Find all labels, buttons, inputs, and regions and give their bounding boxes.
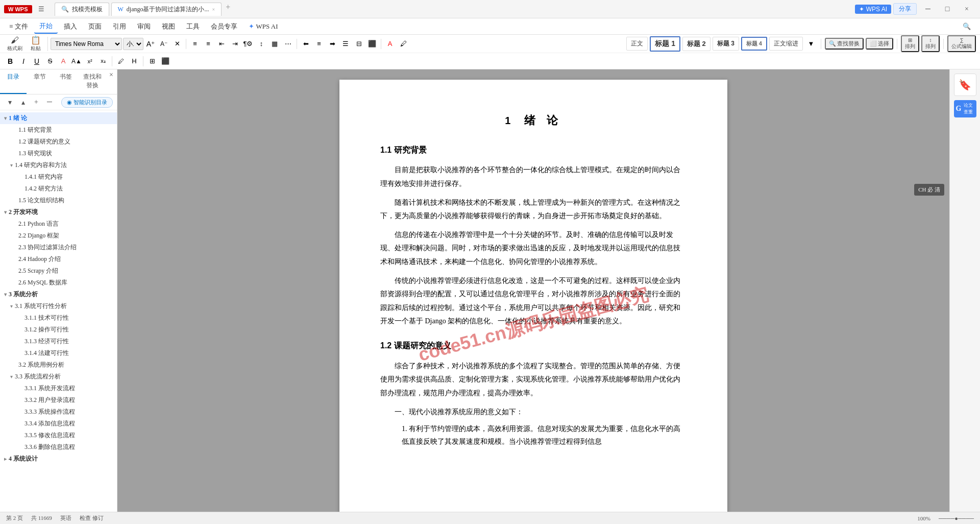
zoom-slider[interactable]: ────●────: [939, 515, 974, 521]
strikethrough-button[interactable]: S: [44, 56, 56, 67]
tab-close-button[interactable]: ×: [212, 7, 215, 12]
bold-button[interactable]: B: [4, 56, 16, 67]
toc-item-22[interactable]: ▾3.3 系统流程分析: [0, 371, 117, 383]
toc-item-28[interactable]: 3.3.6 删除信息流程: [0, 441, 117, 453]
menu-search[interactable]: 🔍: [958, 20, 976, 33]
highlight-btn[interactable]: 🖊: [397, 38, 409, 50]
style-heading3[interactable]: 标题 3: [713, 37, 739, 51]
wps-app-button[interactable]: W WPS: [4, 5, 32, 13]
font-size-decrease[interactable]: A⁻: [158, 38, 170, 50]
italic-button[interactable]: I: [17, 56, 30, 67]
toc-item-9[interactable]: 2.1 Python 语言: [0, 218, 117, 230]
bullet-list-button[interactable]: ≡: [189, 38, 201, 50]
select-button[interactable]: ⬜选择: [866, 38, 893, 50]
menu-wpsai[interactable]: ✦ WPS AI: [243, 20, 283, 33]
toc-item-10[interactable]: 2.2 Django 框架: [0, 230, 117, 242]
superscript-button[interactable]: x²: [84, 56, 96, 67]
align-center[interactable]: ≡: [313, 38, 325, 50]
document-area[interactable]: code51.cn源码乐园盗图必究 1 绪 论 1.1 研究背景 目前是把获取小…: [117, 69, 949, 512]
sidebar-tab-toc[interactable]: 目录: [0, 69, 27, 94]
toc-item-24[interactable]: 3.3.2 用户登录流程: [0, 394, 117, 406]
border-more-button[interactable]: ⬛: [159, 56, 172, 67]
toc-item-19[interactable]: 3.1.3 经济可行性: [0, 336, 117, 347]
tab-templates[interactable]: 🔍 找模壳模板: [55, 3, 109, 16]
menu-insert[interactable]: 插入: [59, 20, 82, 33]
indent-less-button[interactable]: ⇤: [215, 38, 228, 50]
toc-item-1[interactable]: 1.1 研究背景: [0, 124, 117, 136]
toc-item-18[interactable]: 3.1.2 操作可行性: [0, 324, 117, 336]
sort-button[interactable]: ↕排列: [921, 35, 940, 52]
arrange-button[interactable]: ⊞排列: [901, 35, 919, 52]
toc-item-3[interactable]: 1.3 研究现状: [0, 148, 117, 159]
menu-view[interactable]: 视图: [157, 20, 180, 33]
align-options[interactable]: ¶⚙: [242, 38, 254, 50]
border-button[interactable]: ⊞: [146, 56, 158, 67]
numbered-list-button[interactable]: ≡: [202, 38, 214, 50]
menu-vip[interactable]: 会员专享: [206, 20, 242, 33]
essay-check-button[interactable]: G 论文查重: [954, 100, 976, 117]
menu-review[interactable]: 审阅: [132, 20, 156, 33]
tab-document[interactable]: W django基于协同过滤算法的小... ×: [111, 3, 222, 16]
font-size-select[interactable]: 小二: [123, 38, 143, 50]
toc-item-14[interactable]: 2.6 MySQL 数据库: [0, 277, 117, 289]
font-color-button[interactable]: A: [57, 56, 69, 67]
menu-file[interactable]: ≡ 文件: [4, 20, 33, 33]
toc-item-5[interactable]: 1.4.1 研究内容: [0, 171, 117, 183]
sidebar-close-button[interactable]: ×: [106, 69, 117, 81]
menu-tools[interactable]: 工具: [181, 20, 205, 33]
style-heading1[interactable]: 标题 1: [650, 36, 680, 52]
font-size-increase[interactable]: A⁺: [144, 38, 157, 50]
find-replace-button[interactable]: 🔍查找替换: [825, 38, 864, 50]
sidebar-tab-bookmark[interactable]: 书签: [53, 69, 80, 94]
paragraph-more[interactable]: ⋯: [282, 38, 294, 50]
columns-button[interactable]: ▦: [268, 38, 281, 50]
toc-add[interactable]: +: [31, 97, 42, 108]
style-heading4[interactable]: 标题 4: [741, 37, 767, 51]
char-shade-button[interactable]: A▲: [70, 56, 83, 67]
underline-button[interactable]: U: [31, 56, 43, 67]
toc-item-29[interactable]: ▸4 系统设计: [0, 453, 117, 465]
font-family-select[interactable]: Times New Roma: [51, 38, 122, 50]
maximize-button[interactable]: □: [938, 2, 957, 16]
toc-up[interactable]: ▴: [17, 97, 29, 108]
toc-item-16[interactable]: ▾3.1 系统可行性分析: [0, 300, 117, 312]
toc-item-7[interactable]: 1.5 论文组织结构: [0, 195, 117, 206]
text-color-btn[interactable]: A: [384, 38, 396, 50]
bookmark-icon-btn[interactable]: 🔖: [954, 74, 976, 96]
align-justify[interactable]: ☰: [339, 38, 352, 50]
styles-dropdown[interactable]: ▼: [805, 38, 817, 50]
toc-item-23[interactable]: 3.3.1 系统开发流程: [0, 383, 117, 394]
wps-ai-button[interactable]: ✦ WPS AI: [855, 5, 891, 14]
toc-item-8[interactable]: ▾2 开发环境: [0, 206, 117, 218]
indent-more-button[interactable]: ⇥: [229, 38, 241, 50]
title-icon-btn[interactable]: ☰: [36, 4, 46, 14]
formula-button[interactable]: ∑公式编辑: [947, 35, 976, 52]
more-align[interactable]: ⬛: [366, 38, 378, 50]
toc-item-27[interactable]: 3.3.5 修改信息流程: [0, 430, 117, 441]
smart-toc-button[interactable]: ◉ 智能识别目录: [61, 97, 113, 108]
share-button[interactable]: 分享: [893, 3, 917, 15]
subscript-button[interactable]: x₂: [97, 56, 109, 67]
close-button[interactable]: ×: [958, 2, 976, 16]
toc-item-15[interactable]: ▾3 系统分析: [0, 289, 117, 300]
sidebar-tab-chapter[interactable]: 章节: [27, 69, 53, 94]
format-style-button[interactable]: 🖌 格式刷: [4, 35, 26, 53]
align-right[interactable]: ➡: [326, 38, 338, 50]
toc-item-26[interactable]: 3.3.4 添加信息流程: [0, 418, 117, 430]
align-left[interactable]: ⬅: [300, 38, 312, 50]
distribute[interactable]: ⊟: [353, 38, 365, 50]
toc-item-2[interactable]: 1.2 课题研究的意义: [0, 136, 117, 148]
add-tab-button[interactable]: +: [224, 3, 232, 16]
toc-item-6[interactable]: 1.4.2 研究方法: [0, 183, 117, 195]
menu-reference[interactable]: 引用: [108, 20, 131, 33]
style-normal[interactable]: 正文: [626, 37, 648, 51]
line-spacing-button[interactable]: ↕: [255, 38, 267, 50]
toc-item-11[interactable]: 2.3 协同过滤算法介绍: [0, 242, 117, 253]
toc-item-0[interactable]: ▾1 绪 论: [0, 112, 117, 124]
style-heading2[interactable]: 标题 2: [682, 37, 710, 51]
toc-item-21[interactable]: 3.2 系统用例分析: [0, 359, 117, 371]
clear-format[interactable]: ✕: [171, 38, 183, 50]
toc-item-20[interactable]: 3.1.4 法建可行性: [0, 347, 117, 359]
style-bodyindent[interactable]: 正文缩进: [769, 37, 803, 51]
toc-item-4[interactable]: ▾1.4 研究内容和方法: [0, 159, 117, 171]
